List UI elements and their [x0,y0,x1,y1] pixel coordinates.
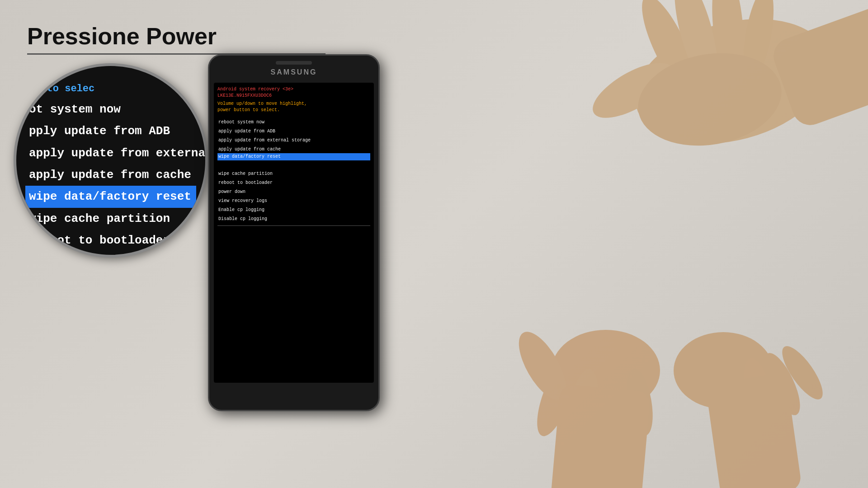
svg-rect-19 [705,373,802,488]
magnify-item-power-down: power down [25,251,196,258]
screen-item-power-down: power down [217,189,246,194]
magnify-menu: on to selec ot system now pply update fr… [25,80,196,258]
magnify-item-external: apply update from external s [25,142,196,164]
svg-rect-7 [769,0,868,130]
screen-item-bootloader: reboot to bootloader [217,180,274,185]
svg-point-10 [563,366,604,447]
screen-item-adb: apply update from ADB [217,129,276,134]
hands-area [416,0,868,488]
phone-container: SAMSUNG Android system recovery <3e>LKE1… [199,36,389,429]
magnify-item-reboot: ot system now [25,99,196,120]
svg-point-6 [631,42,789,157]
phone-body: SAMSUNG Android system recovery <3e>LKE1… [208,54,380,411]
screen-item-reboot: reboot system now [217,120,265,125]
svg-point-11 [600,373,625,445]
svg-point-8 [552,330,660,411]
magnify-item-bootloader: reboot to bootloader [25,230,196,251]
svg-point-12 [622,367,657,438]
svg-point-1 [632,0,707,101]
magnify-glass: on to selec ot system now pply update fr… [14,63,208,258]
svg-point-13 [509,325,576,407]
magnify-partial-top: on to selec [25,80,196,99]
screen-item-wipe-cache: wipe cache partition [217,171,274,176]
phone-screen: Android system recovery <3e>LKE13E.N915F… [214,83,374,383]
svg-rect-18 [550,384,651,488]
screen-item-recovery-logs: view recovery logs [217,198,268,203]
phone-brand: SAMSUNG [271,68,317,76]
screen-item-factory-reset: wipe data/factory reset [217,153,370,160]
screen-android-header: Android system recovery <3e>LKE13E.N915F… [217,86,370,99]
hands-svg [416,0,868,488]
magnify-item-adb: pply update from ADB [25,120,196,142]
magnify-item-wipe-cache: wipe cache partition [25,208,196,230]
screen-divider [217,225,370,226]
magnify-item-cache-update: apply update from cache [25,164,196,186]
svg-point-5 [585,52,681,128]
svg-point-3 [708,0,748,82]
screen-nav-instructions: Volume up/down to move highlight,power b… [217,101,370,113]
screen-item-cache-update: apply update from cache [217,147,282,152]
top-hand [585,0,868,164]
svg-point-0 [621,0,844,164]
screen-item-disable-cp: Disable cp logging [217,216,268,221]
svg-point-2 [666,0,727,93]
svg-point-15 [738,355,781,431]
bottom-hands [509,325,830,488]
svg-point-17 [775,341,830,405]
svg-point-4 [738,0,779,83]
svg-point-14 [674,332,773,409]
screen-item-enable-cp: Enable cp logging [217,207,265,212]
phone-speaker [276,61,312,65]
svg-point-16 [757,348,807,420]
screen-item-external: apply update from external storage [217,138,311,143]
svg-point-9 [529,355,583,441]
magnify-item-factory-reset: wipe data/factory reset [25,186,196,207]
